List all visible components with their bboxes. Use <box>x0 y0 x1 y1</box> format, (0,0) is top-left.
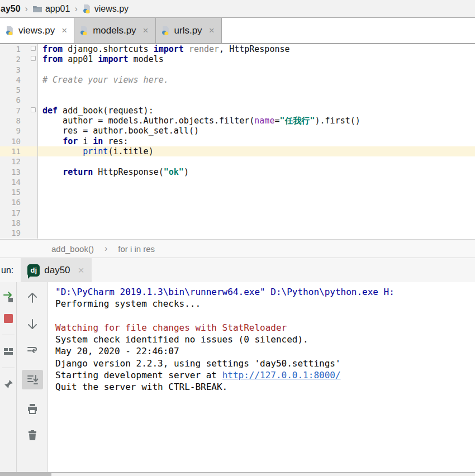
scroll-down-icon[interactable] <box>26 317 39 331</box>
run-console: "D:\PyCharm 2019.1.3\bin\runnerw64.exe" … <box>0 282 475 472</box>
code-token: # Create your views here. <box>42 75 169 85</box>
scroll-to-end-icon[interactable] <box>22 370 43 389</box>
gutter-line-number[interactable]: 18 <box>0 218 38 228</box>
fold-marker-icon[interactable] <box>31 56 36 61</box>
fold-marker-icon[interactable] <box>31 107 36 112</box>
console-output[interactable]: "D:\PyCharm 2019.1.3\bin\runnerw64.exe" … <box>48 282 475 472</box>
code-token: import <box>98 54 128 64</box>
code-token <box>42 146 83 156</box>
code-line-content[interactable] <box>38 65 475 75</box>
caret-breadcrumb-statement[interactable]: for i in res <box>118 244 155 254</box>
close-icon[interactable]: × <box>209 25 215 36</box>
console-line: System check identified no issues (0 sil… <box>55 334 475 345</box>
gutter-line-number[interactable]: 3 <box>0 65 38 75</box>
code-line-content[interactable] <box>38 85 475 95</box>
code-line-content[interactable] <box>38 197 475 207</box>
breadcrumb-project[interactable]: ay50 <box>1 4 21 14</box>
python-file-icon <box>82 4 92 13</box>
code-line: 8 author = models.Author.objects.filter(… <box>0 116 475 126</box>
code-line: 4# Create your views here. <box>0 75 475 85</box>
gutter-line-number[interactable]: 13 <box>0 167 38 177</box>
gutter-line-number[interactable]: 4 <box>0 75 38 85</box>
fold-marker-icon[interactable] <box>31 46 36 51</box>
code-line-content[interactable] <box>38 156 475 166</box>
code-line: 15 <box>0 187 475 197</box>
gutter-line-number[interactable]: 16 <box>0 197 38 207</box>
code-token: ).first() <box>315 116 360 126</box>
code-line-content[interactable]: # Create your views here. <box>38 75 475 85</box>
code-token: res = author.book_set.all() <box>42 126 199 136</box>
code-token: app01 <box>63 54 98 64</box>
code-token: django.shortcuts <box>63 44 154 54</box>
code-line-content[interactable]: res = author.book_set.all() <box>38 126 475 136</box>
gutter-line-number[interactable]: 11 <box>0 146 38 156</box>
run-toolbar-main <box>0 282 17 472</box>
code-line: 3 <box>0 65 475 75</box>
gutter-line-number[interactable]: 17 <box>0 208 38 218</box>
horizontal-scrollbar[interactable] <box>0 472 475 476</box>
gutter-line-number[interactable]: 10 <box>0 136 38 146</box>
code-token: author = models.Author.objects.filter( <box>42 116 254 126</box>
run-tab-label: day50 <box>44 265 70 276</box>
gutter-line-number[interactable]: 5 <box>0 85 38 95</box>
code-line-content[interactable]: return HttpResponse("ok") <box>38 167 475 177</box>
code-line-content[interactable] <box>38 177 475 187</box>
tab-label: views.py <box>18 25 55 36</box>
gutter-line-number[interactable]: 2 <box>0 54 38 64</box>
gutter-line-number[interactable]: 9 <box>0 126 38 136</box>
gutter-line-number[interactable]: 15 <box>0 187 38 197</box>
code-line: 18 <box>0 218 475 228</box>
console-line: "D:\PyCharm 2019.1.3\bin\runnerw64.exe" … <box>55 286 475 298</box>
code-line-content[interactable]: for i in res: <box>38 136 475 146</box>
stop-icon[interactable] <box>2 312 15 325</box>
pin-icon[interactable] <box>2 378 15 391</box>
close-icon[interactable]: × <box>61 25 67 36</box>
run-tab-day50[interactable]: dj day50 × <box>21 258 91 282</box>
editor-tab-urls.py[interactable]: urls.py× <box>156 18 222 43</box>
breadcrumb-file[interactable]: views.py <box>94 4 129 14</box>
code-line-content[interactable] <box>38 187 475 197</box>
code-line-content[interactable]: print(i.title) <box>38 146 475 156</box>
code-line-content[interactable]: author = models.Author.objects.filter(na… <box>38 116 475 126</box>
gutter-line-number[interactable]: 8 <box>0 116 38 126</box>
code-line-content[interactable]: from django.shortcuts import render, Htt… <box>38 44 475 54</box>
close-icon[interactable]: × <box>78 264 84 277</box>
code-line-content[interactable] <box>38 95 475 105</box>
console-text: Watching for file changes with StatReloa… <box>55 322 287 333</box>
console-text: System check identified no issues (0 sil… <box>55 334 308 345</box>
gutter-line-number[interactable]: 6 <box>0 95 38 105</box>
console-line: May 20, 2020 - 22:46:07 <box>55 345 475 357</box>
gutter-line-number[interactable]: 12 <box>0 156 38 166</box>
code-line-content[interactable]: from app01 import models <box>38 54 475 64</box>
editor-tab-models.py[interactable]: models.py× <box>74 18 155 43</box>
gutter-line-number[interactable]: 19 <box>0 228 38 238</box>
code-token: "ok" <box>164 167 184 177</box>
code-token <box>42 167 63 177</box>
gutter-line-number[interactable]: 1 <box>0 44 38 54</box>
code-token: return <box>63 167 93 177</box>
scroll-up-icon[interactable] <box>26 291 39 304</box>
print-icon[interactable] <box>26 402 39 416</box>
breadcrumb-package[interactable]: app01 <box>45 4 70 14</box>
gutter-line-number[interactable]: 14 <box>0 177 38 187</box>
code-line: 7def add_book(request): <box>0 106 475 116</box>
console-link[interactable]: http://127.0.0.1:8000/ <box>222 370 341 380</box>
scrollbar-thumb[interactable] <box>0 473 51 476</box>
rerun-icon[interactable] <box>2 290 15 303</box>
code-line-content[interactable] <box>38 228 475 238</box>
clear-console-icon[interactable] <box>26 429 39 442</box>
code-line-content[interactable]: def add_book(request): <box>38 106 475 116</box>
code-line: 5 <box>0 85 475 95</box>
code-line-content[interactable] <box>38 208 475 218</box>
code-token <box>42 136 63 146</box>
restore-layout-icon[interactable] <box>2 345 15 358</box>
code-editor[interactable]: 1from django.shortcuts import render, Ht… <box>0 44 475 239</box>
close-icon[interactable]: × <box>143 25 149 36</box>
caret-breadcrumb-function[interactable]: add_book() <box>51 244 94 254</box>
code-line-content[interactable] <box>38 218 475 228</box>
soft-wrap-icon[interactable] <box>26 344 39 357</box>
editor-tab-views.py[interactable]: views.py× <box>0 18 74 43</box>
console-line: Django version 2.2.3, using settings 'da… <box>55 358 475 369</box>
chevron-right-icon: › <box>73 4 79 14</box>
gutter-line-number[interactable]: 7 <box>0 106 38 116</box>
